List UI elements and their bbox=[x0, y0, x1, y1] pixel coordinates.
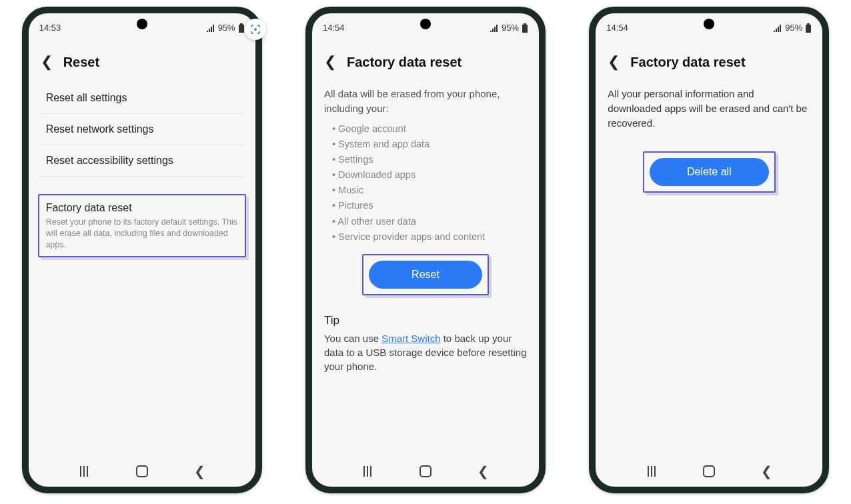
svg-rect-2 bbox=[239, 25, 244, 33]
page-title: Factory data reset bbox=[630, 55, 745, 70]
back-button[interactable]: ❮ bbox=[606, 53, 621, 71]
bullet-item: All other user data bbox=[332, 214, 527, 229]
nav-recents-button[interactable] bbox=[638, 461, 665, 481]
back-button[interactable]: ❮ bbox=[323, 53, 337, 71]
nav-bar: ❮ bbox=[312, 456, 539, 487]
tip-text: You can use Smart Switch to back up your… bbox=[312, 331, 539, 373]
battery-icon bbox=[805, 22, 812, 33]
svg-rect-6 bbox=[806, 25, 811, 33]
battery-percent: 95% bbox=[785, 23, 802, 33]
nav-recents-button[interactable] bbox=[354, 461, 381, 481]
clock-time: 14:54 bbox=[323, 23, 345, 33]
reset-button-highlight: Reset bbox=[362, 254, 489, 295]
signal-icon bbox=[773, 23, 782, 33]
nav-home-button[interactable] bbox=[129, 461, 155, 481]
battery-percent: 95% bbox=[218, 23, 235, 33]
erase-intro-text: All data will be erased from your phone,… bbox=[312, 83, 539, 120]
reset-all-settings-item[interactable]: Reset all settings bbox=[39, 83, 245, 114]
battery-icon bbox=[238, 22, 245, 33]
front-camera-icon bbox=[704, 19, 714, 29]
nav-bar: ❮ bbox=[596, 456, 822, 487]
svg-rect-4 bbox=[522, 25, 528, 33]
bullet-item: Service provider apps and content bbox=[332, 229, 527, 245]
nav-recents-button[interactable] bbox=[71, 461, 97, 481]
back-button[interactable]: ❮ bbox=[39, 53, 54, 71]
bullet-item: Pictures bbox=[332, 198, 527, 213]
warning-text: All your personal information and downlo… bbox=[596, 83, 822, 134]
factory-reset-subtitle: Reset your phone to its factory default … bbox=[46, 217, 238, 251]
smart-switch-link[interactable]: Smart Switch bbox=[381, 333, 440, 344]
nav-back-button[interactable]: ❮ bbox=[754, 461, 780, 481]
factory-data-reset-item[interactable]: Factory data reset Reset your phone to i… bbox=[38, 194, 246, 257]
tip-heading: Tip bbox=[312, 295, 539, 331]
clock-time: 14:53 bbox=[39, 23, 61, 33]
svg-rect-1 bbox=[240, 23, 243, 25]
bullet-item: Music bbox=[332, 183, 527, 198]
nav-back-button[interactable]: ❮ bbox=[470, 461, 497, 481]
svg-rect-3 bbox=[524, 23, 526, 25]
bullet-item: System and app data bbox=[332, 137, 527, 152]
front-camera-icon bbox=[137, 19, 147, 29]
delete-all-button-highlight: Delete all bbox=[643, 151, 776, 193]
bullet-item: Settings bbox=[332, 152, 527, 167]
erase-bullet-list: Google account System and app data Setti… bbox=[312, 120, 539, 249]
delete-all-button[interactable]: Delete all bbox=[650, 158, 769, 186]
reset-accessibility-settings-item[interactable]: Reset accessibility settings bbox=[39, 145, 245, 177]
clock-time: 14:54 bbox=[606, 23, 628, 33]
nav-home-button[interactable] bbox=[412, 461, 439, 481]
factory-reset-title: Factory data reset bbox=[46, 202, 238, 214]
reset-network-settings-item[interactable]: Reset network settings bbox=[39, 114, 245, 145]
nav-bar: ❮ bbox=[29, 456, 255, 487]
signal-icon bbox=[490, 23, 499, 33]
nav-back-button[interactable]: ❮ bbox=[186, 461, 213, 481]
reset-button[interactable]: Reset bbox=[369, 261, 482, 289]
svg-rect-5 bbox=[807, 23, 810, 25]
svg-point-0 bbox=[254, 28, 257, 31]
bullet-item: Downloaded apps bbox=[332, 167, 527, 183]
battery-icon bbox=[522, 22, 528, 33]
page-title: Factory data reset bbox=[347, 55, 462, 70]
phone-2-factory-reset-screen: 14:54 95% ❮ Factory data reset All data … bbox=[305, 7, 546, 493]
front-camera-icon bbox=[420, 19, 431, 29]
nav-home-button[interactable] bbox=[696, 461, 722, 481]
bixby-vision-icon[interactable] bbox=[245, 19, 266, 40]
bullet-item: Google account bbox=[332, 121, 527, 137]
phone-3-delete-all-screen: 14:54 95% ❮ Factory data reset All your … bbox=[589, 7, 829, 493]
battery-percent: 95% bbox=[502, 23, 519, 33]
signal-icon bbox=[206, 23, 215, 33]
phone-1-reset-screen: 14:53 95% ❮ Reset Reset all settings Res… bbox=[22, 7, 262, 493]
page-title: Reset bbox=[63, 55, 99, 70]
